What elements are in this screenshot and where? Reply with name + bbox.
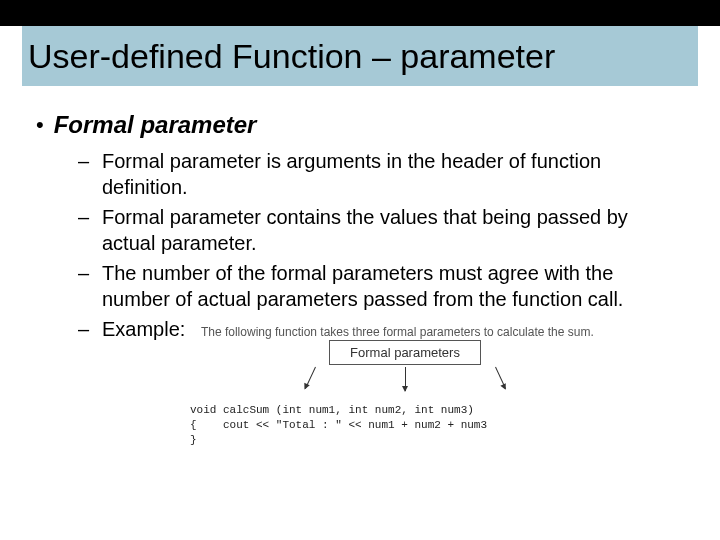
bullet-level1: • Formal parameter xyxy=(36,110,684,140)
code-line: void calcSum (int num1, int num2, int nu… xyxy=(190,404,474,416)
dash-icon: – xyxy=(78,148,92,174)
arrow-down-icon xyxy=(495,367,506,389)
dash-icon: – xyxy=(78,260,92,286)
formal-params-box: Formal parameters xyxy=(329,340,481,365)
arrows-row xyxy=(230,367,580,397)
dash-icon: – xyxy=(78,316,92,342)
code-diagram: Formal parameters void calcSum (int num1… xyxy=(230,340,580,448)
list-item: – Formal parameter is arguments in the h… xyxy=(78,148,684,200)
dash-icon: – xyxy=(78,204,92,230)
list-item: – Formal parameter contains the values t… xyxy=(78,204,684,256)
example-label: Example: xyxy=(102,318,185,340)
list-item: – The number of the formal parameters mu… xyxy=(78,260,684,312)
example-caption: The following function takes three forma… xyxy=(201,325,594,339)
code-line: { cout << "Total : " << num1 + num2 + nu… xyxy=(190,419,487,431)
slide: User-defined Function – parameter • Form… xyxy=(0,0,720,540)
bullet-dot-icon: • xyxy=(36,110,44,140)
arrow-down-icon xyxy=(304,367,315,389)
heading-text: Formal parameter xyxy=(54,110,257,140)
code-block: void calcSum (int num1, int num2, int nu… xyxy=(190,403,580,448)
point-text: Formal parameter is arguments in the hea… xyxy=(102,148,684,200)
code-line: } xyxy=(190,434,197,446)
sublist: – Formal parameter is arguments in the h… xyxy=(78,148,684,345)
arrow-down-icon xyxy=(405,367,406,391)
content-area: • Formal parameter – Formal parameter is… xyxy=(36,110,684,349)
point-text: Formal parameter contains the values tha… xyxy=(102,204,684,256)
title-box: User-defined Function – parameter xyxy=(22,26,698,86)
slide-title: User-defined Function – parameter xyxy=(22,37,555,76)
point-text: The number of the formal parameters must… xyxy=(102,260,684,312)
top-black-strip xyxy=(0,0,720,26)
